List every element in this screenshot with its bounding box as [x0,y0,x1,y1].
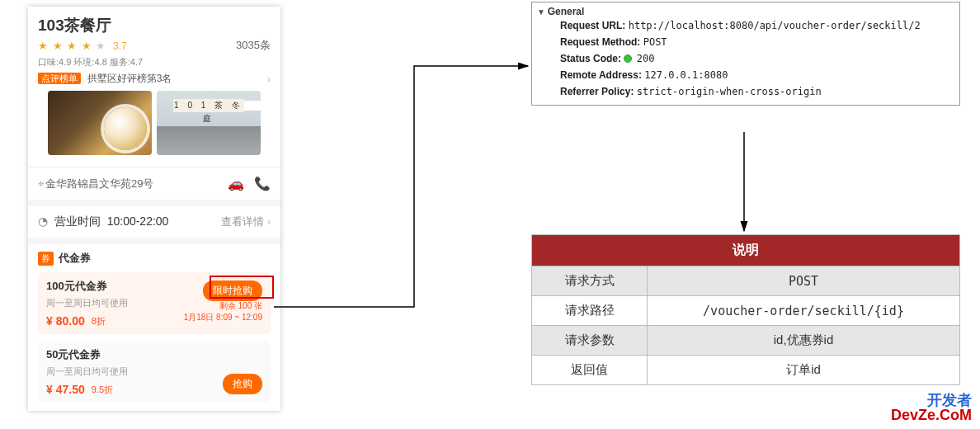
voucher-tag: 券 [38,252,54,266]
request-method-value: POST [643,36,667,48]
spec-val: id,优惠券id [648,326,960,356]
spec-key: 请求参数 [532,326,648,356]
table-row: 请求方式POST [532,266,960,296]
photo-strip[interactable]: 1 0 1 茶 冬 庭 [38,91,271,155]
address-value: 金华路锦昌文华苑29号 [45,177,153,190]
voucher-discount: 9.5折 [92,384,113,396]
spec-table: 说明 请求方式POST 请求路径/voucher-order/seckill/{… [531,234,960,385]
referrer-label: Referrer Policy: [560,86,634,97]
phone-icon[interactable]: 📞 [254,177,271,191]
watermark-line1: 开发者 [891,393,972,408]
address-text: ⌖金华路锦昌文华苑29号 [38,177,153,191]
buy-button[interactable]: 抢购 [223,374,262,394]
photo-1[interactable] [48,91,152,155]
remote-address-row: Remote Address: 127.0.0.1:8080 [537,67,954,83]
referrer-value: strict-origin-when-cross-origin [637,86,822,97]
voucher-price: ¥ 80.00 [46,314,85,328]
address-row[interactable]: ⌖金华路锦昌文华苑29号 🚗 📞 [28,167,280,200]
hours-label: 营业时间 [54,214,101,228]
status-code-label: Status Code: [560,53,621,64]
voucher-remain: 剩余 100 张 [219,300,262,312]
rank-left: 点评榜单 拱墅区好评榜第3名 [38,72,172,86]
photo-2[interactable]: 1 0 1 茶 冬 庭 [157,91,261,155]
spec-header: 说明 [532,235,960,266]
status-code-row: Status Code: 200 [537,50,954,67]
voucher-card-1: 100元代金券 周一至周日均可使用 ¥ 80.00 8折 限时抢购 剩余 100… [38,272,271,334]
sub-scores: 口味:4.9 环境:4.8 服务:4.7 [38,56,271,68]
hours-row[interactable]: ◔ 营业时间 10:00-22:00 查看详情 › [28,200,280,238]
star-group: ★ ★ ★ ★ ★ 3.7 [38,40,127,52]
hours-more-text: 查看详情 [221,215,264,228]
mobile-header: 103茶餐厅 ★ ★ ★ ★ ★ 3.7 3035条 口味:4.9 环境:4.8… [28,7,280,158]
spec-key: 请求路径 [532,296,648,326]
rating-score: 3.7 [113,40,127,52]
hours-value: 10:00-22:00 [107,214,169,228]
car-icon[interactable]: 🚗 [228,177,244,191]
restaurant-title: 103茶餐厅 [38,15,271,36]
request-method-label: Request Method: [560,36,640,48]
voucher-heading: 券 代金券 [38,251,271,266]
voucher-price: ¥ 47.50 [46,383,85,396]
remote-address-label: Remote Address: [560,69,642,81]
voucher-window: 1月18日 8:09 ~ 12:09 [184,312,262,323]
table-row: 请求路径/voucher-order/seckill/{id} [532,296,960,326]
chevron-right-icon: › [267,215,271,228]
address-icons: 🚗 📞 [221,176,271,191]
request-method-row: Request Method: POST [537,34,954,50]
spec-val: 订单id [648,356,960,385]
status-dot-icon [624,54,632,63]
star-icon: ★ ★ ★ ★ ★ [38,40,106,52]
clock-icon: ◔ [38,214,48,228]
remote-address-value: 127.0.0.1:8080 [644,69,728,81]
voucher-head-text: 代金券 [59,251,91,266]
watermark: 开发者 DevZe.CoM [891,393,972,422]
voucher-section: 券 代金券 100元代金券 周一至周日均可使用 ¥ 80.00 8折 限时抢购 … [28,238,280,411]
watermark-line2: DevZe.CoM [891,408,972,422]
request-url-label: Request URL: [560,20,625,31]
spec-val: POST [648,266,960,296]
spec-key: 返回值 [532,356,648,385]
voucher-title: 50元代金券 [46,347,262,362]
rank-badge: 点评榜单 [38,73,81,84]
request-url-value: http://localhost:8080/api/voucher-order/… [629,20,921,31]
rating-row: ★ ★ ★ ★ ★ 3.7 3035条 [38,38,271,53]
hours-left: ◔ 营业时间 10:00-22:00 [38,214,168,229]
voucher-discount: 8折 [92,315,106,328]
photo-2-sign: 1 0 1 茶 冬 庭 [173,99,244,112]
review-count: 3035条 [236,38,271,53]
table-row: 请求参数id,优惠券id [532,326,960,356]
chevron-right-icon: › [267,73,271,85]
table-row: 返回值订单id [532,356,960,385]
rank-row[interactable]: 点评榜单 拱墅区好评榜第3名 › [38,72,271,86]
devtools-panel: General Request URL: http://localhost:80… [531,2,960,106]
seckill-button[interactable]: 限时抢购 [203,280,262,301]
spec-val: /voucher-order/seckill/{id} [648,296,960,326]
status-code-value: 200 [637,53,655,64]
pin-icon: ⌖ [38,177,44,190]
mobile-card: 103茶餐厅 ★ ★ ★ ★ ★ 3.7 3035条 口味:4.9 环境:4.8… [28,7,280,411]
request-url-row: Request URL: http://localhost:8080/api/v… [537,17,954,34]
devtools-section-label[interactable]: General [537,6,954,17]
spec-key: 请求方式 [532,266,648,296]
voucher-card-2: 50元代金券 周一至周日均可使用 ¥ 47.50 9.5折 抢购 [38,341,271,403]
hours-more[interactable]: 查看详情 › [221,214,271,229]
referrer-row: Referrer Policy: strict-origin-when-cros… [537,83,954,100]
rank-text: 拱墅区好评榜第3名 [87,73,172,84]
